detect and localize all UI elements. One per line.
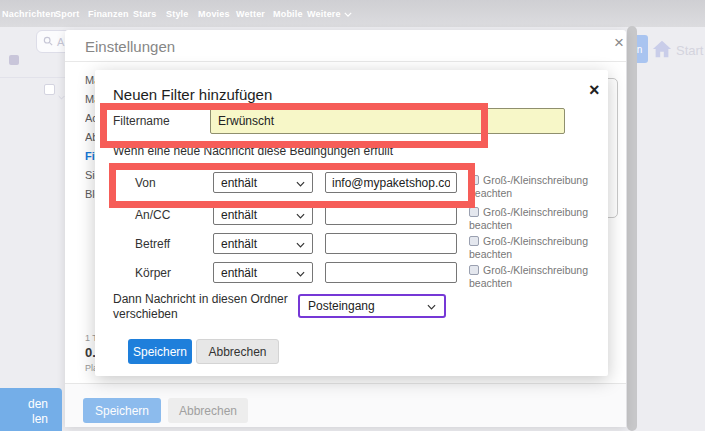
betreff-case-option: Groß-/Kleinschreibung beachten xyxy=(469,235,603,261)
target-folder-select[interactable]: Posteingang xyxy=(298,294,446,318)
case-sensitive-checkbox[interactable] xyxy=(469,236,479,246)
ancc-value-input[interactable] xyxy=(325,204,457,225)
close-icon[interactable]: × xyxy=(583,78,606,103)
background-start-label: Start xyxy=(676,43,703,58)
koerper-case-option: Groß-/Kleinschreibung beachten xyxy=(469,264,603,290)
betreff-value-input[interactable] xyxy=(325,233,457,254)
case-sensitive-checkbox[interactable] xyxy=(469,175,479,185)
condition-row-betreff: Betreff enthält Groß-/Kleinschreibung be… xyxy=(95,233,608,255)
page-scrollbar[interactable] xyxy=(627,26,637,431)
nav-item-weitere: Weitere xyxy=(307,9,352,19)
background-divider xyxy=(0,77,65,78)
settings-save-button[interactable]: Speichern xyxy=(83,398,161,423)
nav-item-finanzen: Finanzen xyxy=(88,9,129,19)
add-filter-modal: Neuen Filter hinzufügen × Filtername Wen… xyxy=(95,70,608,376)
nav-item-stars: Stars xyxy=(133,9,157,19)
nav-item-nachrichten: Nachrichten xyxy=(2,9,56,19)
nav-item-wetter: Wetter xyxy=(236,9,265,19)
condition-row-von: Von enthält Groß-/Kleinschreibung beacht… xyxy=(95,172,608,194)
nav-item-sport: Sport xyxy=(55,9,80,19)
move-to-folder-label: Dann Nachricht in diesen Ordner verschie… xyxy=(113,292,288,322)
add-filter-modal-title: Neuen Filter hinzufügen xyxy=(113,86,272,103)
settings-cancel-button[interactable]: Abbrechen xyxy=(168,398,248,423)
background-checkbox xyxy=(44,84,55,95)
conditions-heading: Wenn eine neue Nachricht diese Bedingung… xyxy=(113,144,393,158)
background-search-text: A xyxy=(57,36,64,48)
home-icon xyxy=(651,39,673,63)
condition-row-koerper: Körper enthält Groß-/Kleinschreibung bea… xyxy=(95,262,608,284)
case-sensitive-checkbox[interactable] xyxy=(469,207,479,217)
nav-item-style: Style xyxy=(166,9,189,19)
filter-save-button[interactable]: Speichern xyxy=(128,339,192,364)
von-operator-select[interactable]: enthält xyxy=(213,172,313,193)
top-navigation: Nachrichten Sport Finanzen Stars Style M… xyxy=(0,0,705,27)
koerper-value-input[interactable] xyxy=(325,262,457,283)
chevron-down-icon xyxy=(296,237,305,251)
filtername-input[interactable] xyxy=(210,108,565,134)
betreff-operator-select[interactable]: enthält xyxy=(213,233,313,254)
betreff-label: Betreff xyxy=(135,237,170,251)
ancc-case-option: Groß-/Kleinschreibung beachten xyxy=(469,206,603,232)
search-icon xyxy=(43,36,53,48)
koerper-label: Körper xyxy=(135,266,171,280)
filter-cancel-button[interactable]: Abbrechen xyxy=(196,339,279,364)
case-sensitive-checkbox[interactable] xyxy=(469,265,479,275)
page-background: Nachrichten Sport Finanzen Stars Style M… xyxy=(0,0,705,431)
filtername-label: Filtername xyxy=(113,114,170,128)
settings-dialog-footer: Speichern Abbrechen xyxy=(65,383,626,427)
condition-row-ancc: An/CC enthält Groß-/Kleinschreibung beac… xyxy=(95,204,608,226)
von-value-input[interactable] xyxy=(325,172,457,193)
chevron-down-icon xyxy=(296,176,305,190)
chevron-down-icon xyxy=(296,208,305,222)
chevron-down-icon xyxy=(58,86,65,104)
nav-item-movies: Movies xyxy=(198,9,230,19)
ancc-operator-select[interactable]: enthält xyxy=(213,204,313,225)
corner-button-fragment[interactable]: den len xyxy=(0,388,62,431)
background-app-icon xyxy=(9,55,19,65)
settings-dialog-title: Einstellungen xyxy=(85,38,175,55)
chevron-down-icon xyxy=(344,9,352,19)
koerper-operator-select[interactable]: enthält xyxy=(213,262,313,283)
von-case-option: Groß-/Kleinschreibung beachten xyxy=(469,174,603,200)
close-icon[interactable]: × xyxy=(608,31,630,55)
ancc-label: An/CC xyxy=(135,208,170,222)
settings-dialog-header: Einstellungen × xyxy=(65,30,626,62)
von-label: Von xyxy=(135,176,156,190)
chevron-down-icon xyxy=(427,299,436,313)
nav-item-mobile: Mobile xyxy=(273,9,303,19)
chevron-down-icon xyxy=(296,266,305,280)
